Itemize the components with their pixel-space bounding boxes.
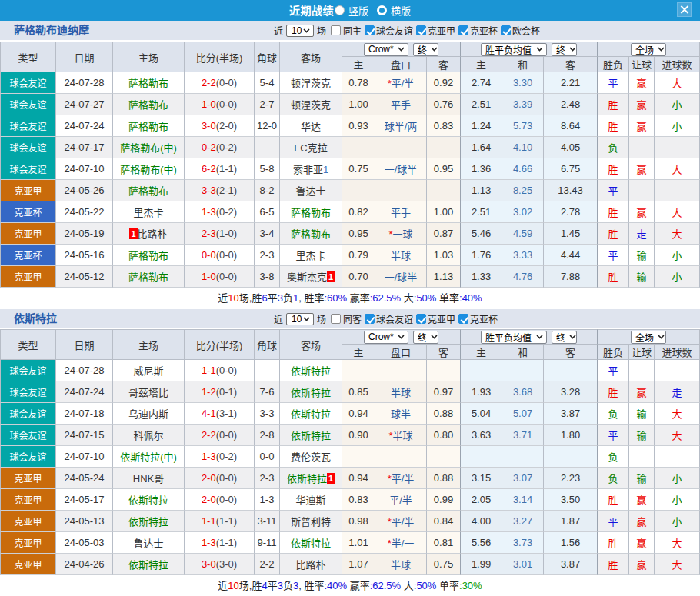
radio-unselected-icon[interactable]: [377, 5, 387, 15]
handicap-away-odds: 1.03: [427, 245, 461, 266]
away-team-name: 顿涅茨克: [291, 78, 331, 89]
scope-select[interactable]: 全场: [631, 43, 666, 56]
lose-odds: 7.88: [544, 266, 598, 288]
odds-final-select-value: 终: [556, 43, 565, 56]
match-count-select[interactable]: 10: [286, 313, 314, 325]
layout-radio-vertical[interactable]: 竖版: [335, 3, 368, 18]
close-button[interactable]: [677, 2, 692, 17]
layout-radio-horizontal[interactable]: 横版: [377, 3, 411, 18]
match-date: 24-07-10: [56, 446, 113, 468]
radio-selected-icon[interactable]: [335, 5, 345, 15]
league-checkbox[interactable]: [501, 25, 511, 35]
lose-odds: 4.44: [544, 245, 598, 266]
handicap-line-text: 平/半: [392, 473, 415, 484]
odds-final-select[interactable]: 终: [552, 43, 577, 56]
summary-segment: 赢率: [347, 292, 370, 304]
league-checkbox[interactable]: [365, 25, 375, 35]
score-cell: 2-2(0-0): [185, 72, 255, 94]
goals-result-cell: 大: [655, 425, 700, 446]
match-date: 24-05-22: [56, 201, 113, 223]
match-row: 球会友谊24-07-28威尼斯1-1(0-0)依斯特拉平: [0, 360, 700, 381]
league-checkbox[interactable]: [416, 314, 426, 324]
handicap-group-header: Crow*终: [342, 329, 461, 345]
summary-segment: 场,胜: [239, 580, 262, 591]
handicap-line: *平/半: [375, 72, 427, 94]
same-venue-checkbox[interactable]: [331, 25, 341, 35]
handicap-away-odds: 0.81: [427, 532, 461, 554]
scope-select[interactable]: 全场: [631, 331, 666, 344]
handicap-final-select-value: 终: [418, 43, 427, 56]
same-venue-checkbox[interactable]: [331, 314, 341, 324]
home-team: 乌迪内斯: [128, 408, 168, 420]
handicap-result-cell: [629, 360, 655, 381]
win-odds: [461, 360, 502, 381]
corner-cell: 6-5: [255, 201, 280, 223]
handicap-home-odds: 0.98: [342, 511, 375, 532]
away-team-name: FC克拉: [294, 142, 327, 154]
half-time-score: (0-2): [216, 206, 237, 218]
home-team-name: 萨格勒布: [128, 99, 168, 111]
match-type: 球会友谊: [0, 360, 56, 381]
corner-cell: 12-0: [255, 115, 280, 137]
match-type: 克亚杯: [0, 245, 56, 266]
table-head: 类型日期主场比分(半场)角球客场Crow*终胜平负均值终全场主盘口客主和客胜负让…: [0, 42, 700, 72]
topbar-title-group: 近期战绩 竖版 横版: [0, 0, 700, 20]
away-team: 依斯特拉: [291, 538, 331, 549]
full-time-score: 1-3: [202, 537, 216, 548]
league-checkbox[interactable]: [416, 25, 426, 35]
handicap-final-select[interactable]: 终: [413, 331, 438, 344]
match-type: 克亚杯: [0, 201, 56, 223]
subcolumn-header: 主: [342, 57, 375, 72]
away-team: 依斯特拉: [291, 365, 331, 377]
chevron-down-icon: [303, 317, 310, 321]
handicap-away-odds: 0.88: [427, 468, 461, 489]
handicap-home-odds: 0.79: [342, 245, 375, 266]
result-group-header: 全场: [598, 42, 700, 57]
subcolumn-header: 客: [427, 345, 461, 360]
match-date: 24-07-27: [56, 94, 113, 115]
league-checkbox[interactable]: [458, 25, 468, 35]
team-name: 依斯特拉: [14, 309, 57, 328]
outcome-cell: 胜: [598, 201, 629, 223]
summary-segment: :50%: [414, 292, 437, 304]
handicap-final-select-value: 终: [418, 331, 427, 344]
full-time-score: 2-2: [202, 429, 216, 441]
home-team: 萨格勒布: [128, 99, 168, 111]
half-time-score: (0-0): [216, 365, 237, 376]
outcome-cell: 负: [598, 468, 629, 489]
handicap-line: 平/半: [375, 489, 427, 511]
match-type: 克亚甲: [0, 468, 56, 489]
match-date: 24-05-26: [56, 180, 113, 201]
home-team-cell: 乌迪内斯: [113, 403, 185, 425]
handicap-away-odds: 0.88: [427, 403, 461, 425]
home-team-cell: 里杰卡: [113, 201, 185, 223]
home-team-cell: 依斯特拉(中): [113, 446, 185, 468]
home-team: 萨格勒布(中): [120, 164, 177, 175]
league-checkbox[interactable]: [458, 314, 468, 324]
odds-final-select[interactable]: 终: [552, 331, 577, 344]
home-team-cell: 萨格勒布: [113, 245, 185, 266]
odds-source-select[interactable]: 胜平负均值: [481, 331, 547, 344]
away-team: 依斯特拉: [291, 408, 331, 420]
handicap-source-select[interactable]: Crow*: [364, 331, 408, 344]
handicap-source-select[interactable]: Crow*: [364, 43, 408, 56]
handicap-away-odds: 0.80: [427, 425, 461, 446]
outcome-cell: 胜: [598, 94, 629, 115]
match-filter: 近10场同主球会友谊克亚甲克亚杯欧会杯: [274, 21, 540, 40]
column-header: 客场: [280, 42, 342, 72]
handicap-final-select[interactable]: 终: [413, 43, 438, 56]
away-team: 华达: [301, 121, 321, 132]
matches-label: 场: [317, 24, 326, 37]
league-checkbox[interactable]: [365, 314, 375, 324]
match-count-select[interactable]: 10: [286, 25, 314, 37]
score-cell: 2-0(0-0): [185, 489, 255, 511]
away-team: 奥斯杰克1: [287, 271, 335, 283]
match-type: 克亚甲: [0, 180, 56, 201]
odds-source-select[interactable]: 胜平负均值: [481, 43, 547, 56]
draw-odds: 4.10: [502, 137, 544, 158]
away-team: 比路朴: [295, 559, 325, 571]
outcome-cell: 胜: [598, 381, 629, 403]
match-row: 球会友谊24-07-27萨格勒布1-0(0-0)2-7顿涅茨克1.00平手0.7…: [0, 94, 700, 115]
match-date: 24-07-10: [56, 158, 113, 180]
draw-odds: 3.02: [502, 201, 544, 223]
